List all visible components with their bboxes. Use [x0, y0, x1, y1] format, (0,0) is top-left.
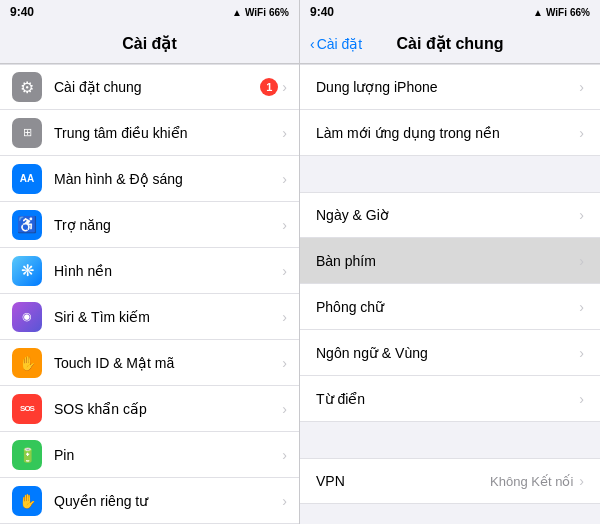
detail-item-ban-phim[interactable]: Bàn phím ›	[300, 238, 600, 284]
label-touch-id: Touch ID & Mật mã	[54, 355, 270, 371]
settings-item-trung-tam[interactable]: ⊞ Trung tâm điều khiển ›	[0, 110, 299, 156]
left-status-bar: 9:40 ▲ WiFi 66%	[0, 0, 299, 24]
chevron-vpn: ›	[579, 473, 584, 489]
icon-touch-id: ✋	[12, 348, 42, 378]
icon-trung-tam: ⊞	[12, 118, 42, 148]
chevron-phong-chu: ›	[579, 299, 584, 315]
icon-siri: ◉	[12, 302, 42, 332]
chevron-lam-moi: ›	[579, 125, 584, 141]
chevron-ngon-ngu: ›	[579, 345, 584, 361]
right-battery-icon: 66%	[570, 7, 590, 18]
label-ngon-ngu: Ngôn ngữ & Vùng	[316, 345, 579, 361]
settings-item-hinh-nen[interactable]: ❋ Hình nền ›	[0, 248, 299, 294]
right-status-icons: ▲ WiFi 66%	[533, 7, 590, 18]
settings-item-man-hinh[interactable]: AA Màn hình & Độ sáng ›	[0, 156, 299, 202]
label-tro-nang: Trợ năng	[54, 217, 270, 233]
right-section-gap-3	[300, 512, 600, 524]
right-siri: ›	[282, 309, 287, 325]
chevron-hinh-nen: ›	[282, 263, 287, 279]
chevron-cai-dat-chung: ›	[282, 79, 287, 95]
settings-item-siri[interactable]: ◉ Siri & Tìm kiếm ›	[0, 294, 299, 340]
settings-item-cai-dat-chung[interactable]: ⚙ Cài đặt chung 1 ›	[0, 64, 299, 110]
icon-pin: 🔋	[12, 440, 42, 470]
settings-item-quyen[interactable]: ✋ Quyền riêng tư ›	[0, 478, 299, 524]
label-siri: Siri & Tìm kiếm	[54, 309, 270, 325]
left-section-1: ⚙ Cài đặt chung 1 › ⊞ Trung tâm điều khi…	[0, 64, 299, 524]
icon-man-hinh: AA	[12, 164, 42, 194]
left-nav-title: Cài đặt	[122, 34, 176, 53]
chevron-pin: ›	[282, 447, 287, 463]
label-pin: Pin	[54, 447, 270, 463]
chevron-ban-phim: ›	[579, 253, 584, 269]
right-sos: ›	[282, 401, 287, 417]
battery-icon: 66%	[269, 7, 289, 18]
chevron-tro-nang: ›	[282, 217, 287, 233]
label-man-hinh: Màn hình & Độ sáng	[54, 171, 270, 187]
right-cai-dat-chung: 1 ›	[260, 78, 287, 96]
icon-sos: SOS	[12, 394, 42, 424]
label-phong-chu: Phông chữ	[316, 299, 579, 315]
right-section-2: Ngày & Giờ › Bàn phím › Phông chữ › Ngôn…	[300, 192, 600, 422]
right-quyen: ›	[282, 493, 287, 509]
detail-item-ngon-ngu[interactable]: Ngôn ngữ & Vùng ›	[300, 330, 600, 376]
chevron-sos: ›	[282, 401, 287, 417]
wifi-icon: WiFi	[245, 7, 266, 18]
chevron-man-hinh: ›	[282, 171, 287, 187]
right-panel: 9:40 ▲ WiFi 66% ‹ Cài đặt Cài đặt chung …	[300, 0, 600, 524]
right-nav-back[interactable]: ‹ Cài đặt	[310, 36, 362, 52]
left-status-icons: ▲ WiFi 66%	[232, 7, 289, 18]
settings-item-pin[interactable]: 🔋 Pin ›	[0, 432, 299, 478]
right-pin: ›	[282, 447, 287, 463]
right-man-hinh: ›	[282, 171, 287, 187]
detail-item-dung-luong[interactable]: Dung lượng iPhone ›	[300, 64, 600, 110]
detail-item-ngay-gio[interactable]: Ngày & Giờ ›	[300, 192, 600, 238]
detail-item-tu-dien[interactable]: Từ điển ›	[300, 376, 600, 422]
back-chevron-icon: ‹	[310, 36, 315, 52]
label-trung-tam: Trung tâm điều khiển	[54, 125, 270, 141]
label-dung-luong: Dung lượng iPhone	[316, 79, 579, 95]
left-time: 9:40	[10, 5, 34, 19]
detail-item-vpn[interactable]: VPN Không Kết nối ›	[300, 458, 600, 504]
chevron-quyen: ›	[282, 493, 287, 509]
right-nav-title: Cài đặt chung	[397, 34, 504, 53]
chevron-siri: ›	[282, 309, 287, 325]
detail-item-phong-chu[interactable]: Phông chữ ›	[300, 284, 600, 330]
icon-cai-dat-chung: ⚙	[12, 72, 42, 102]
right-section-gap-2	[300, 430, 600, 458]
detail-item-lam-moi[interactable]: Làm mới ứng dụng trong nền ›	[300, 110, 600, 156]
settings-item-sos[interactable]: SOS SOS khẩn cấp ›	[0, 386, 299, 432]
chevron-tu-dien: ›	[579, 391, 584, 407]
right-hinh-nen: ›	[282, 263, 287, 279]
settings-item-touch-id[interactable]: ✋ Touch ID & Mật mã ›	[0, 340, 299, 386]
chevron-ngay-gio: ›	[579, 207, 584, 223]
settings-item-tro-nang[interactable]: ♿ Trợ năng ›	[0, 202, 299, 248]
label-hinh-nen: Hình nền	[54, 263, 270, 279]
right-signal-icon: ▲	[533, 7, 543, 18]
right-tro-nang: ›	[282, 217, 287, 233]
label-lam-moi: Làm mới ứng dụng trong nền	[316, 125, 579, 141]
label-tu-dien: Từ điển	[316, 391, 579, 407]
left-settings-list: ⚙ Cài đặt chung 1 › ⊞ Trung tâm điều khi…	[0, 64, 299, 524]
left-panel: 9:40 ▲ WiFi 66% Cài đặt ⚙ Cài đặt chung …	[0, 0, 300, 524]
signal-icon: ▲	[232, 7, 242, 18]
label-vpn: VPN	[316, 473, 490, 489]
label-cai-dat-chung: Cài đặt chung	[54, 79, 248, 95]
label-sos: SOS khẩn cấp	[54, 401, 270, 417]
right-trung-tam: ›	[282, 125, 287, 141]
chevron-trung-tam: ›	[282, 125, 287, 141]
right-section-1: Dung lượng iPhone › Làm mới ứng dụng tro…	[300, 64, 600, 156]
right-detail-list: Dung lượng iPhone › Làm mới ứng dụng tro…	[300, 64, 600, 524]
icon-hinh-nen: ❋	[12, 256, 42, 286]
badge-cai-dat-chung: 1	[260, 78, 278, 96]
right-nav-bar: ‹ Cài đặt Cài đặt chung	[300, 24, 600, 64]
right-touch-id: ›	[282, 355, 287, 371]
icon-tro-nang: ♿	[12, 210, 42, 240]
label-quyen: Quyền riêng tư	[54, 493, 270, 509]
chevron-dung-luong: ›	[579, 79, 584, 95]
back-label: Cài đặt	[317, 36, 363, 52]
chevron-touch-id: ›	[282, 355, 287, 371]
right-wifi-icon: WiFi	[546, 7, 567, 18]
right-section-gap-1	[300, 164, 600, 192]
right-status-bar: 9:40 ▲ WiFi 66%	[300, 0, 600, 24]
icon-quyen: ✋	[12, 486, 42, 516]
